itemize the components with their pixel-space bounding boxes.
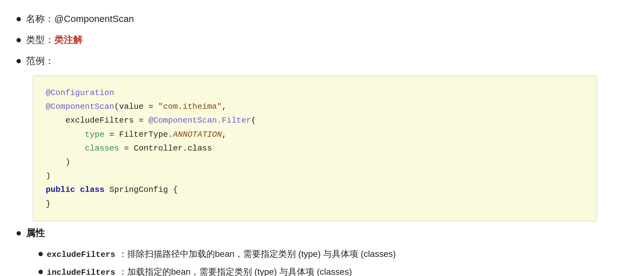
bullet-example: ● [16,55,22,66]
name-row: ● 名称：@ComponentScan [16,13,628,25]
type-label: 类型：类注解 [26,34,82,46]
name-value: @ComponentScan [54,13,134,24]
bullet-properties: ● [16,227,22,239]
include-filters-desc: ：加载指定的bean，需要指定类别 (type) 与具体项 (classes) [118,266,352,276]
example-row: ● 范例： [16,55,628,67]
properties-section: ● excludeFilters ：排除扫描路径中加载的bean，需要指定类别 … [16,248,628,276]
bullet-name: ● [16,13,22,24]
exclude-filters-name: excludeFilters [47,250,115,259]
properties-label: 属性 [26,227,45,240]
code-block-wrapper: @Configuration @ComponentScan(value = "c… [33,76,628,221]
name-label: 名称：@ComponentScan [26,13,134,25]
type-row: ● 类型：类注解 [16,34,628,46]
exclude-filters-item: ● excludeFilters ：排除扫描路径中加载的bean，需要指定类别 … [38,248,628,260]
example-label: 范例： [26,55,54,67]
exclude-filters-desc: ：排除扫描路径中加载的bean，需要指定类别 (type) 与具体项 (clas… [118,248,396,260]
type-value: 类注解 [54,34,82,45]
include-filters-item: ● includeFilters ：加载指定的bean，需要指定类别 (type… [38,266,628,276]
include-filters-name: includeFilters [47,268,115,276]
bullet-exclude: ● [38,248,44,259]
bullet-type: ● [16,34,22,45]
code-block: @Configuration @ComponentScan(value = "c… [33,76,597,221]
properties-row: ● 属性 [16,227,628,240]
bullet-include: ● [38,266,44,276]
